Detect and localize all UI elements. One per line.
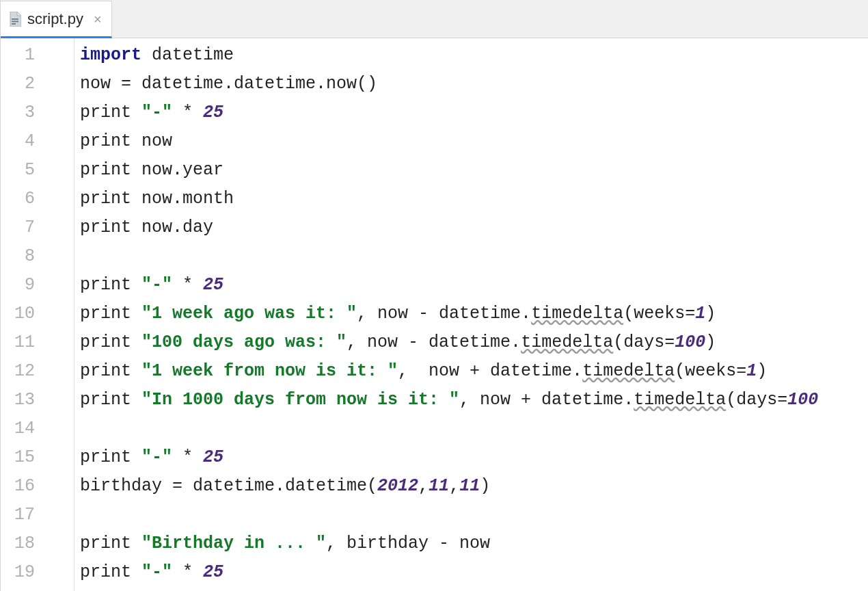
code-line[interactable]: print now.day <box>80 213 868 242</box>
line-number: 17 <box>1 501 35 529</box>
code-line[interactable]: print "In 1000 days from now is it: ", n… <box>80 386 868 415</box>
line-number: 3 <box>1 98 35 127</box>
code-area[interactable]: import datetimenow = datetime.datetime.n… <box>74 38 868 591</box>
line-number: 5 <box>1 156 35 185</box>
line-number: 19 <box>1 558 35 587</box>
line-number: 8 <box>1 242 35 271</box>
code-line[interactable]: birthday = datetime.datetime(2012,11,11) <box>80 472 868 501</box>
code-line[interactable]: print "100 days ago was: ", now - dateti… <box>80 328 868 357</box>
line-number: 1 <box>1 41 35 70</box>
code-line[interactable]: print "1 week ago was it: ", now - datet… <box>80 300 868 328</box>
line-number: 11 <box>1 328 35 357</box>
line-number: 7 <box>1 213 35 242</box>
code-line[interactable]: print "-" * 25 <box>80 558 868 587</box>
code-line[interactable]: print "-" * 25 <box>80 98 868 127</box>
editor-app: script.py × 1234567891011121314151617181… <box>0 0 868 591</box>
python-file-icon <box>9 12 21 27</box>
code-line[interactable]: print now.year <box>80 156 868 185</box>
line-number: 16 <box>1 472 35 501</box>
code-line[interactable]: print now <box>80 127 868 156</box>
close-icon[interactable]: × <box>94 12 102 26</box>
line-number: 10 <box>1 300 35 328</box>
tab-label: script.py <box>27 10 83 28</box>
line-number: 9 <box>1 271 35 300</box>
code-line[interactable]: now = datetime.datetime.now() <box>80 70 868 98</box>
line-number: 15 <box>1 443 35 472</box>
gutter-separator <box>42 38 74 591</box>
svg-rect-2 <box>12 23 16 25</box>
line-number: 12 <box>1 357 35 386</box>
code-editor[interactable]: 12345678910111213141516171819 import dat… <box>1 38 868 591</box>
line-number: 4 <box>1 127 35 156</box>
code-line[interactable] <box>80 501 868 529</box>
line-number: 14 <box>1 415 35 443</box>
code-line[interactable]: print "-" * 25 <box>80 271 868 300</box>
code-line[interactable]: import datetime <box>80 41 868 70</box>
line-number: 18 <box>1 529 35 558</box>
line-number: 2 <box>1 70 35 98</box>
line-number: 13 <box>1 386 35 415</box>
svg-rect-1 <box>12 21 18 22</box>
code-line[interactable] <box>80 415 868 443</box>
tab-script-py[interactable]: script.py × <box>1 1 112 38</box>
line-number-gutter: 12345678910111213141516171819 <box>1 38 42 591</box>
tab-bar: script.py × <box>1 0 868 38</box>
svg-rect-0 <box>12 18 18 20</box>
code-line[interactable]: print "Birthday in ... ", birthday - now <box>80 529 868 558</box>
code-line[interactable] <box>80 242 868 271</box>
code-line[interactable]: print now.month <box>80 185 868 213</box>
line-number: 6 <box>1 185 35 213</box>
code-line[interactable]: print "-" * 25 <box>80 443 868 472</box>
code-line[interactable]: print "1 week from now is it: ", now + d… <box>80 357 868 386</box>
